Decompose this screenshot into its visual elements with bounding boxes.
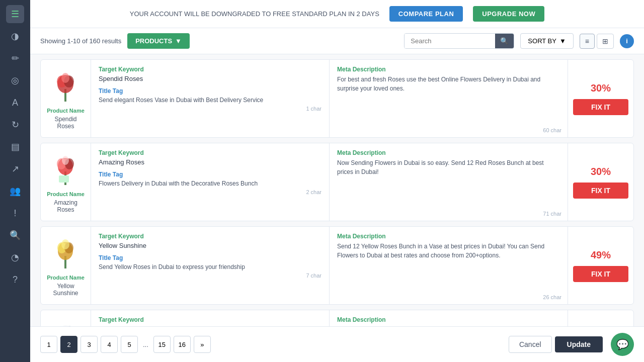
- product-right: Meta Description For best and fresh Rose…: [330, 60, 568, 137]
- meta-desc-label: Meta Description: [337, 149, 560, 156]
- product-name-label: Product Name: [47, 191, 85, 197]
- svg-point-9: [62, 156, 69, 165]
- meta-desc-label: Meta Description: [337, 233, 560, 240]
- product-left: Target Keyword White Beauty Title Tag Ex…: [91, 310, 330, 326]
- products-label: PRODUCTS: [135, 37, 172, 45]
- main-content: YOUR ACCOUNT WILL BE DOWNGRADED TO FREE …: [30, 0, 644, 362]
- page-16-button[interactable]: 16: [174, 336, 191, 353]
- page-1-button[interactable]: 1: [40, 336, 57, 353]
- toolbar: Showing 1-10 of 160 results PRODUCTS ▼ 🔍…: [30, 28, 644, 54]
- meta-desc-value: Now Sending Flowers in Dubai is so easy.…: [337, 158, 560, 176]
- title-tag-label: Title Tag: [99, 254, 321, 261]
- product-image: [51, 151, 81, 186]
- page-3-button[interactable]: 3: [80, 336, 98, 353]
- product-details: Target Keyword Amazing Roses Title Tag F…: [91, 143, 568, 221]
- upgrade-now-button[interactable]: UPGRADE NOW: [473, 6, 544, 22]
- compare-plan-button[interactable]: COMPARE PLAN: [389, 6, 463, 22]
- search-input[interactable]: [405, 34, 495, 48]
- product-name-value: Amazing Roses: [46, 199, 86, 213]
- product-name-label: Product Name: [47, 275, 85, 281]
- products-dropdown-button[interactable]: PRODUCTS ▼: [127, 33, 190, 49]
- banner-text: YOUR ACCOUNT WILL BE DOWNGRADED TO FREE …: [130, 10, 379, 18]
- target-keyword-label: Target Keyword: [99, 316, 321, 323]
- svg-point-15: [61, 239, 69, 249]
- product-right: Meta Description You can send elegant Wh…: [330, 310, 568, 326]
- svg-rect-10: [59, 175, 69, 183]
- fix-column: 49% FIX IT: [568, 227, 633, 304]
- fix-it-button[interactable]: FIX IT: [573, 266, 628, 282]
- product-image-col: Product Name Amazing Roses: [41, 143, 91, 221]
- meta-char-count: 71 char: [543, 211, 561, 217]
- sidebar-icon-people[interactable]: 👥: [6, 182, 24, 200]
- fix-column: 30% FIX IT: [568, 60, 633, 137]
- svg-point-20: [61, 323, 69, 327]
- info-button[interactable]: i: [620, 34, 634, 48]
- target-keyword-label: Target Keyword: [99, 233, 321, 240]
- product-image: [51, 234, 81, 269]
- sidebar-icon-chart[interactable]: ↗: [6, 160, 24, 178]
- sidebar-icon-menu[interactable]: ☰: [6, 5, 24, 23]
- cancel-button[interactable]: Cancel: [509, 336, 552, 353]
- sidebar-icon-palette[interactable]: ◑: [6, 27, 24, 45]
- results-count: Showing 1-10 of 160 results: [40, 37, 121, 45]
- sidebar-icon-edit[interactable]: ✏: [6, 49, 24, 67]
- sidebar-icon-pie[interactable]: ◔: [6, 248, 24, 266]
- sidebar-icon-alert[interactable]: !: [6, 204, 24, 222]
- list-view-button[interactable]: ≡: [580, 34, 595, 49]
- target-keyword-value: Spendid Roses: [99, 75, 321, 82]
- sidebar-icon-list[interactable]: ▤: [6, 138, 24, 156]
- sidebar: ☰ ◑ ✏ ◎ A ↻ ▤ ↗ 👥 ! 🔍 ◔ ?: [0, 0, 30, 362]
- fix-it-button[interactable]: FIX IT: [573, 183, 628, 199]
- target-keyword-value: Amazing Roses: [99, 158, 321, 166]
- sidebar-icon-text[interactable]: A: [6, 94, 24, 112]
- product-right: Meta Description Send 12 Yellow Roses Bu…: [330, 227, 568, 304]
- char-count: 2 char: [99, 189, 321, 195]
- table-row: Product Name White Beauty Target Keyword…: [40, 310, 634, 326]
- title-tag-value: Send elegant Roses Vase in Dubai with Be…: [99, 97, 321, 104]
- page-5-button[interactable]: 5: [121, 336, 138, 353]
- meta-desc-label: Meta Description: [337, 316, 560, 323]
- sidebar-icon-help[interactable]: ?: [6, 270, 24, 289]
- page-4-button[interactable]: 4: [101, 336, 118, 353]
- fix-column: 49% FIX IT: [568, 310, 633, 326]
- seo-score: 30%: [591, 82, 611, 94]
- seo-score: 49%: [591, 249, 611, 261]
- meta-desc-value: Send 12 Yellow Roses Bunch in a Vase at …: [337, 242, 560, 260]
- target-keyword-value: Yellow Sunshine: [99, 242, 321, 249]
- table-row: Product Name Spendid Roses Target Keywor…: [40, 59, 634, 138]
- table-row: Product Name Amazing Roses Target Keywor…: [40, 143, 634, 221]
- product-details: Target Keyword White Beauty Title Tag Ex…: [91, 310, 568, 326]
- sidebar-icon-badge[interactable]: ◎: [6, 71, 24, 89]
- product-details: Target Keyword Yellow Sunshine Title Tag…: [91, 227, 568, 304]
- char-count: 7 char: [99, 273, 321, 279]
- table-row: Product Name Yellow Sunshine Target Keyw…: [40, 226, 634, 305]
- meta-desc-label: Meta Description: [337, 66, 560, 73]
- upgrade-banner: YOUR ACCOUNT WILL BE DOWNGRADED TO FREE …: [30, 0, 644, 28]
- chat-button[interactable]: 💬: [611, 333, 634, 356]
- svg-point-4: [61, 73, 69, 83]
- product-left: Target Keyword Amazing Roses Title Tag F…: [91, 143, 330, 221]
- sidebar-icon-refresh[interactable]: ↻: [6, 116, 24, 134]
- product-name-label: Product Name: [47, 108, 85, 114]
- fix-it-button[interactable]: FIX IT: [573, 99, 628, 115]
- title-tag-label: Title Tag: [99, 87, 321, 95]
- next-page-button[interactable]: »: [194, 336, 211, 353]
- sort-chevron-icon: ▼: [559, 37, 566, 45]
- view-toggle: ≡ ⊞: [580, 34, 614, 49]
- product-image-col: Product Name Spendid Roses: [41, 60, 91, 137]
- sort-by-button[interactable]: SORT BY ▼: [520, 33, 573, 49]
- page-15-button[interactable]: 15: [153, 336, 171, 353]
- sidebar-icon-search[interactable]: 🔍: [6, 226, 24, 244]
- meta-char-count: 26 char: [543, 294, 561, 300]
- grid-view-button[interactable]: ⊞: [597, 34, 614, 49]
- product-details: Target Keyword Spendid Roses Title Tag S…: [91, 60, 568, 137]
- fix-column: 30% FIX IT: [568, 143, 633, 221]
- update-button[interactable]: Update: [555, 336, 603, 352]
- meta-char-count: 60 char: [543, 127, 561, 133]
- sort-label: SORT BY: [528, 37, 556, 45]
- search-button[interactable]: 🔍: [495, 34, 514, 48]
- seo-score: 30%: [591, 166, 611, 177]
- product-image-col: Product Name White Beauty: [41, 310, 91, 326]
- page-2-button[interactable]: 2: [60, 336, 77, 353]
- meta-desc-value: You can send elegant White Roses in Vase…: [337, 325, 560, 326]
